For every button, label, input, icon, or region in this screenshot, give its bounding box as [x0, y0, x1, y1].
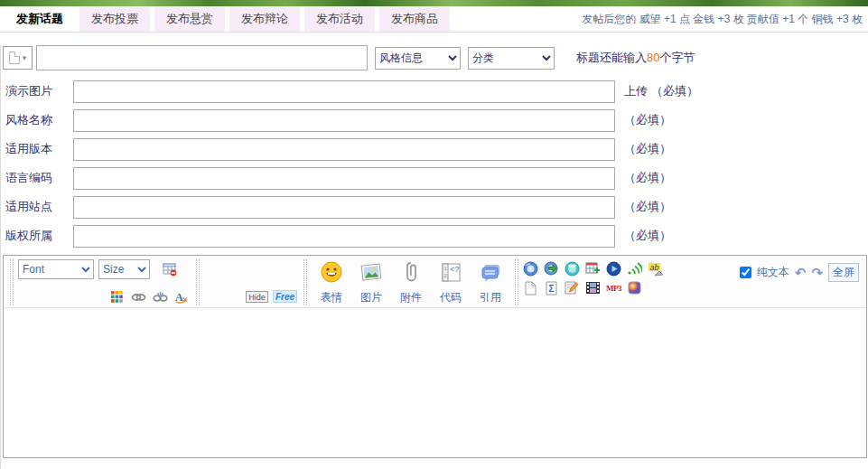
font-family-select[interactable]: Font: [18, 259, 94, 279]
hide-code-button[interactable]: Hide: [246, 291, 268, 303]
rich-text-editor: Font Size: [3, 255, 867, 458]
blank-page-icon[interactable]: [523, 280, 538, 295]
table-icon[interactable]: [162, 262, 178, 277]
field-label: 版权所属: [5, 228, 73, 244]
post-editor-page: 发新话题 发布投票 发布悬赏 发布辩论 发布活动 发布商品 发帖后您的 威望 +…: [0, 0, 868, 469]
insert-table-icon[interactable]: [585, 261, 601, 277]
chevron-down-icon: ▾: [23, 53, 27, 62]
copyright-owner-input[interactable]: [73, 225, 615, 248]
style-name-input[interactable]: [73, 109, 615, 132]
tab-new-topic[interactable]: 发新话题: [5, 6, 75, 32]
quote-icon: [479, 260, 503, 288]
quote-button[interactable]: 引用: [476, 260, 505, 305]
color-palette-icon[interactable]: [108, 289, 125, 305]
color-box-icon[interactable]: [627, 280, 642, 295]
hint-count: 80: [647, 51, 659, 64]
insert-group: 表情 图片 附件: [312, 258, 510, 305]
toolbar-drag-handle[interactable]: [10, 259, 14, 305]
plain-text-label[interactable]: 纯文本: [757, 265, 789, 280]
free-code-button[interactable]: Free: [273, 290, 297, 303]
flash-disc-icon[interactable]: [523, 261, 538, 277]
tab-trade[interactable]: 发布商品: [379, 6, 450, 32]
hint-prefix: 标题还能输入: [576, 51, 647, 64]
media-export-icon[interactable]: [544, 261, 559, 277]
font-size-select[interactable]: Size: [98, 259, 150, 279]
attachment-button[interactable]: 附件: [397, 260, 425, 305]
hint-suffix: 个字节: [659, 51, 695, 64]
required-note: （必填）: [624, 112, 671, 128]
remove-format-icon[interactable]: A✕: [173, 289, 190, 305]
required-note: （必填）: [651, 84, 698, 98]
image-button[interactable]: 图片: [357, 260, 386, 305]
demo-image-input[interactable]: [73, 80, 615, 103]
audio-icon[interactable]: [627, 261, 642, 277]
toolbar-drag-handle[interactable]: [303, 259, 307, 305]
field-copyright-owner: 版权所属 （必填）: [1, 224, 868, 248]
editor-options: 纯文本 ↶ ↷ 全屏: [740, 263, 859, 282]
field-label: 适用站点: [5, 199, 73, 215]
page-icon: [9, 52, 20, 64]
button-icon[interactable]: [565, 261, 580, 277]
play-media-icon[interactable]: [606, 261, 621, 277]
tab-activity[interactable]: 发布活动: [304, 6, 375, 32]
code-label: 代码: [440, 290, 462, 305]
toolbar-drag-handle[interactable]: [515, 259, 518, 305]
editor-toolbar: Font Size: [4, 256, 866, 308]
category-select[interactable]: 分类: [468, 47, 555, 70]
plain-text-checkbox[interactable]: [740, 267, 751, 278]
post-type-tabbar: 发新话题 发布投票 发布悬赏 发布辩论 发布活动 发布商品 发帖后您的 威望 +…: [0, 6, 868, 33]
language-encoding-input[interactable]: [73, 167, 615, 190]
tab-poll[interactable]: 发布投票: [79, 6, 150, 32]
svg-text:✕: ✕: [182, 295, 189, 304]
undo-icon[interactable]: ↶: [795, 267, 807, 279]
field-note: 上传（必填）: [624, 83, 698, 99]
remove-link-icon[interactable]: [152, 289, 168, 305]
field-demo-image: 演示图片 上传（必填）: [1, 80, 868, 103]
required-note: （必填）: [624, 228, 671, 244]
tab-reward[interactable]: 发布悬赏: [154, 6, 225, 32]
field-label: 语言编码: [5, 170, 73, 186]
title-row: ▾ 风格信息 分类 标题还能输入80个字节: [3, 45, 868, 70]
field-style-name: 风格名称 （必填）: [1, 108, 868, 132]
font-format-group: Font Size: [18, 258, 191, 305]
field-label: 风格名称: [5, 112, 73, 128]
title-length-hint: 标题还能输入80个字节: [576, 50, 695, 66]
smiley-label: 表情: [321, 290, 342, 305]
code-button[interactable]: 12<? 代码: [436, 260, 465, 305]
applicable-version-input[interactable]: [73, 138, 615, 161]
paperclip-icon: [399, 260, 424, 288]
style-info-select[interactable]: 风格信息: [375, 47, 461, 70]
field-language-encoding: 语言编码 （必填）: [1, 166, 868, 190]
formula-icon[interactable]: Σ: [544, 280, 559, 295]
topic-icon-dropdown[interactable]: ▾: [3, 46, 33, 70]
video-icon[interactable]: [585, 280, 601, 295]
media-group: ab Σ: [523, 258, 663, 305]
image-label: 图片: [360, 290, 382, 305]
attachment-label: 附件: [400, 290, 422, 305]
insert-link-icon[interactable]: [130, 289, 146, 305]
field-label: 适用版本: [5, 141, 73, 157]
image-icon: [359, 260, 384, 288]
title-input[interactable]: [36, 45, 368, 70]
form-area: ▾ 风格信息 分类 标题还能输入80个字节 演示图片 上传（必填） 风格名称 （…: [0, 45, 868, 469]
upload-link[interactable]: 上传: [624, 84, 648, 98]
field-label: 演示图片: [5, 83, 73, 99]
svg-text:<?: <?: [450, 265, 459, 274]
field-applicable-site: 适用站点 （必填）: [1, 195, 868, 219]
highlight-ab-icon[interactable]: ab: [648, 261, 663, 277]
redo-icon[interactable]: ↷: [811, 267, 823, 279]
smiley-button[interactable]: 表情: [317, 260, 346, 305]
tab-debate[interactable]: 发布辩论: [229, 6, 300, 32]
applicable-site-input[interactable]: [73, 196, 615, 219]
bottom-spacer: [1, 458, 868, 464]
mp3-icon[interactable]: MP3: [606, 284, 621, 293]
editor-content-area[interactable]: [4, 308, 866, 457]
field-applicable-version: 适用版本 （必填）: [1, 137, 868, 161]
toolbar-drag-handle[interactable]: [196, 259, 200, 305]
header-background-image: [0, 0, 868, 6]
code-icon: 12<?: [439, 260, 463, 288]
smiley-icon: [320, 260, 344, 288]
fullscreen-button[interactable]: 全屏: [828, 263, 859, 282]
quote-label: 引用: [480, 290, 501, 305]
edit-draft-icon[interactable]: [565, 280, 580, 295]
